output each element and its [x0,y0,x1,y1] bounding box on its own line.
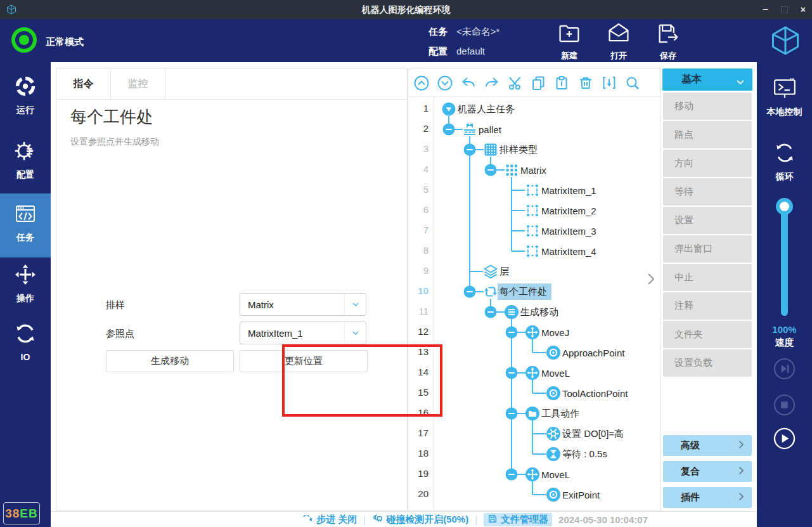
tree-node-11[interactable]: 生成移动 [520,304,558,320]
palette-item-5[interactable]: 设置 [663,207,752,234]
play-button[interactable] [773,427,796,450]
speed-slider-knob[interactable] [776,198,793,215]
tree-node-18[interactable]: 等待 : 0.5s [562,446,607,462]
pattern-select-value: Matrix [240,299,344,310]
reference-select[interactable]: MatrixItem_1 [240,322,366,344]
tree-node-6[interactable]: MatrixItem_2 [541,202,596,219]
tree-node-19[interactable]: MoveL [541,466,570,483]
palette-item-8[interactable]: 注释 [663,292,752,320]
expand-node-icon[interactable] [442,102,456,119]
tree-node-12[interactable]: MoveJ [541,324,569,341]
minimize-icon[interactable]: – [763,6,768,13]
tab-instruction[interactable]: 指令 [56,69,111,99]
tree-connector [532,433,546,434]
tree-node-1[interactable]: 机器人主任务 [458,101,515,117]
tree-node-3[interactable]: 排样类型 [499,141,538,158]
sidebar-item-config[interactable]: 配置 [0,140,51,181]
palette-item-9[interactable]: 文件夹 [663,321,752,348]
collapse-node-icon[interactable] [463,285,476,301]
palette-group-label: 高级 [681,439,700,452]
cycle-icon [773,141,797,167]
update-position-button[interactable]: 更新位置 [240,350,368,372]
collision-status[interactable]: 碰撞检测开启(50%) [372,513,468,526]
palette-group-1[interactable]: 高级 [663,435,752,456]
palette-item-4[interactable]: 等待 [663,178,752,205]
collapse-node-icon[interactable] [505,468,518,483]
sidebar-item-operate[interactable]: 操作 [0,263,51,304]
tree-node-7[interactable]: MatrixItem_3 [541,223,596,239]
rightbar-item-cycle[interactable]: 循环 [757,141,812,183]
tree-node-15[interactable]: ToolActionPoint [562,385,628,401]
step-mode-icon [302,513,313,526]
maximize-icon[interactable] [781,6,788,13]
collapse-node-icon[interactable] [505,326,518,341]
sidebar-item-run[interactable]: 运行 [0,75,51,116]
collision-label: 碰撞检测开启(50%) [386,514,468,526]
palette-item-1[interactable]: 移动 [663,93,752,120]
rightbar-item-local-control[interactable]: 本地控制 [757,76,812,118]
palette-item-6[interactable]: 弹出窗口 [663,235,752,263]
palette-group-2[interactable]: 复合 [663,461,752,482]
matrix-dots-icon [504,162,519,180]
save-button[interactable]: 保存 [655,21,681,62]
close-icon[interactable]: × [801,4,806,15]
badge-right: EB [20,507,37,521]
generate-move-button[interactable]: 生成移动 [106,350,234,372]
reference-field-label: 参照点 [106,328,134,340]
pattern-grid-icon [483,142,498,160]
new-task-icon [557,21,582,49]
tab-monitor[interactable]: 监控 [111,69,165,99]
tree-connector [532,352,546,353]
palette-item-2[interactable]: 路点 [663,121,752,148]
collapse-node-icon[interactable] [484,306,497,321]
pattern-select[interactable]: Matrix [240,293,366,316]
collapse-node-icon[interactable] [484,164,497,179]
mode-label: 正常模式 [46,36,84,48]
collapse-node-icon[interactable] [463,143,476,159]
operate-icon [14,263,37,289]
tree-node-2[interactable]: pallet [479,121,501,138]
tree-connector [512,210,525,211]
tree-node-20[interactable]: ExitPoint [562,486,600,503]
speed-slider-track[interactable] [781,207,788,316]
palette-item-7[interactable]: 中止 [663,264,752,291]
sidebar-item-label: 配置 [16,169,34,181]
task-value: <未命名>* [456,26,499,38]
collapse-panel-chevron-icon[interactable] [647,272,655,289]
tree-node-17[interactable]: 设置 DO[0]=高 [562,426,624,442]
file-manager-button[interactable]: 文件管理器 [484,513,552,526]
tree-node-14[interactable]: MoveL [541,365,570,381]
collapse-node-icon[interactable] [505,407,518,422]
tree-node-4[interactable]: Matrix [520,162,546,178]
tree-node-8[interactable]: MatrixItem_4 [541,243,596,259]
palette-header-basic[interactable]: 基本 [662,68,752,91]
tree-node-16[interactable]: 工具动作 [541,405,579,422]
line-number: 12 [408,326,429,337]
palette-item-3[interactable]: 方向 [663,150,752,177]
mode-indicator-icon [11,27,37,53]
tree-node-9[interactable]: 层 [499,263,509,280]
tree-node-5[interactable]: MatrixItem_1 [541,182,596,198]
palette-group-3[interactable]: 插件 [663,487,752,508]
step-mode-status[interactable]: 步进 关闭 [302,513,357,526]
move-icon [525,325,540,342]
matrix-item-icon [525,183,540,200]
sidebar-item-task[interactable]: 任务 [0,193,51,257]
step-next-button[interactable] [773,358,796,380]
chevron-down-icon [344,322,366,344]
tree-node-13[interactable]: ApproachPoint [562,344,624,361]
collapse-node-icon[interactable] [505,367,518,382]
sidebar-item-io[interactable]: IO [0,322,51,362]
palette-item-10[interactable]: 设置负载 [663,349,752,377]
tree-canvas: 1机器人主任务2pallet3排样类型4Matrix5MatrixItem_16… [408,69,661,510]
stop-button[interactable] [773,394,796,416]
tree-node-10[interactable]: 每个工件处 [498,283,551,300]
tree-connector [532,393,546,394]
new-button[interactable]: 新建 [557,21,582,62]
line-number: 17 [408,427,429,438]
collapse-node-icon[interactable] [442,123,455,138]
open-button[interactable]: 打开 [606,21,631,62]
chevron-right-icon [738,440,744,451]
open-task-icon [606,21,631,49]
reference-select-value: MatrixItem_1 [240,328,344,339]
